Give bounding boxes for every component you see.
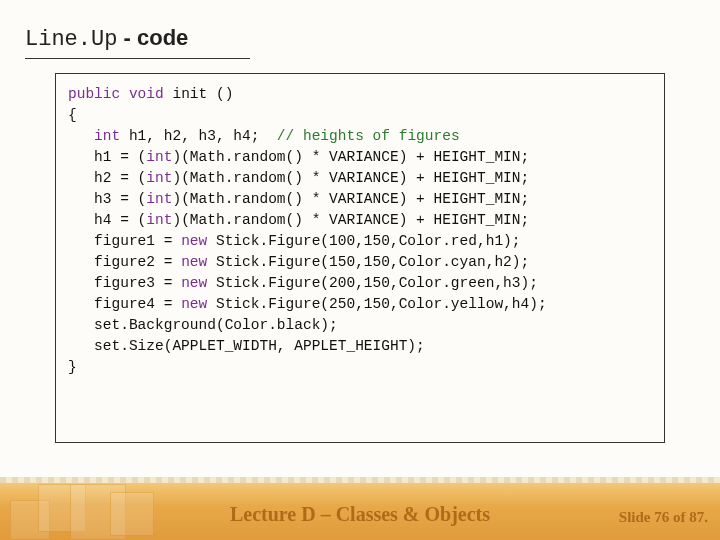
code-line: } <box>68 357 652 378</box>
code-line: set.Background(Color.black); <box>68 315 652 336</box>
code-line: h3 = (int)(Math.random() * VARIANCE) + H… <box>68 189 652 210</box>
code-line: int h1, h2, h3, h4; // heights of figure… <box>68 126 652 147</box>
title-sep: - <box>117 25 137 50</box>
code-line: set.Size(APPLET_WIDTH, APPLET_HEIGHT); <box>68 336 652 357</box>
title-mono: Line.Up <box>25 27 117 52</box>
code-line: h4 = (int)(Math.random() * VARIANCE) + H… <box>68 210 652 231</box>
slide-title: Line.Up - code <box>25 25 250 59</box>
code-line: h1 = (int)(Math.random() * VARIANCE) + H… <box>68 147 652 168</box>
code-line: h2 = (int)(Math.random() * VARIANCE) + H… <box>68 168 652 189</box>
title-bold: code <box>137 25 188 50</box>
code-line: figure3 = new Stick.Figure(200,150,Color… <box>68 273 652 294</box>
code-box: public void init () { int h1, h2, h3, h4… <box>55 73 665 443</box>
code-line: { <box>68 105 652 126</box>
footer-text: Lecture D – Classes & Objects <box>0 503 720 526</box>
code-line: figure4 = new Stick.Figure(250,150,Color… <box>68 294 652 315</box>
code-line: figure1 = new Stick.Figure(100,150,Color… <box>68 231 652 252</box>
code-line: figure2 = new Stick.Figure(150,150,Color… <box>68 252 652 273</box>
slide-number: Slide 76 of 87. <box>619 509 708 526</box>
footer-bar: Lecture D – Classes & Objects Slide 76 o… <box>0 482 720 540</box>
code-line: public void init () <box>68 84 652 105</box>
